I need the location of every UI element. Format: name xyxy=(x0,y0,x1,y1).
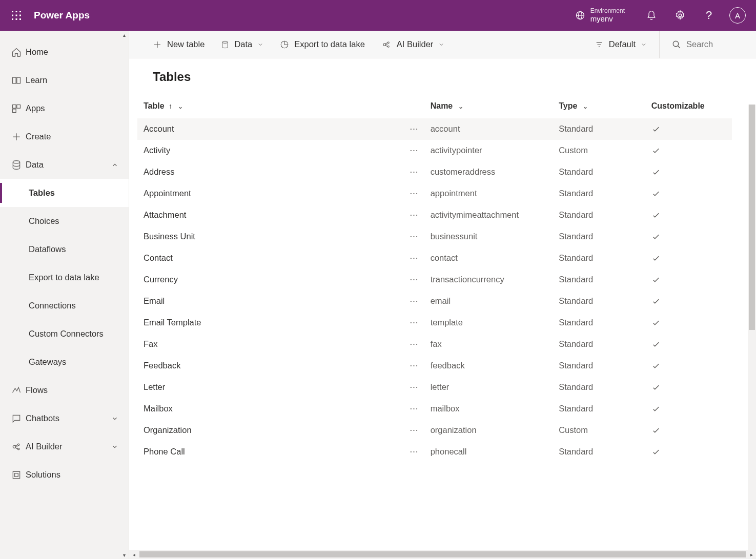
table-row[interactable]: Email⋯emailStandard xyxy=(137,291,732,312)
row-more-button[interactable]: ⋯ xyxy=(392,355,424,377)
sidebar-item-ai-builder[interactable]: AI Builder xyxy=(0,432,129,461)
column-header-table[interactable]: Table ↑ ⌄ xyxy=(137,96,424,118)
search-input[interactable] xyxy=(686,39,748,49)
sidebar-item-chatbots[interactable]: Chatbots xyxy=(0,404,129,432)
row-more-button[interactable]: ⋯ xyxy=(392,226,424,247)
cell-name: activitymimeattachment xyxy=(424,204,553,226)
sidebar-item-home[interactable]: Home xyxy=(0,38,129,66)
new-table-button[interactable]: New table xyxy=(145,31,213,58)
data-menu[interactable]: Data xyxy=(213,31,272,58)
row-more-button[interactable]: ⋯ xyxy=(392,377,424,398)
table-row[interactable]: Letter⋯letterStandard xyxy=(137,377,732,398)
sidebar-item-data[interactable]: Data xyxy=(0,151,129,179)
scroll-left-icon[interactable]: ◂ xyxy=(129,552,138,557)
svg-point-15 xyxy=(13,160,19,163)
sidebar-item-label: Home xyxy=(26,47,48,57)
column-header-type[interactable]: Type ⌄ xyxy=(553,96,645,118)
sidebar-scroll-up[interactable]: ▴ xyxy=(120,31,128,38)
table-row[interactable]: Contact⋯contactStandard xyxy=(137,247,732,269)
column-header-name[interactable]: Name ⌄ xyxy=(424,96,553,118)
table-row[interactable]: Activity⋯activitypointerCustom xyxy=(137,140,732,161)
avatar: A xyxy=(729,7,746,24)
table-row[interactable]: Feedback⋯feedbackStandard xyxy=(137,355,732,377)
sidebar-item-custom-connectors[interactable]: Custom Connectors xyxy=(0,320,129,348)
sidebar-item-gateways[interactable]: Gateways xyxy=(0,348,129,376)
cell-table: Mailbox xyxy=(137,398,392,420)
list-filter-icon xyxy=(595,41,604,48)
row-more-button[interactable]: ⋯ xyxy=(392,269,424,291)
book-icon xyxy=(11,75,26,86)
table-row[interactable]: Business Unit⋯businessunitStandard xyxy=(137,226,732,247)
waffle-icon xyxy=(12,11,21,20)
svg-point-21 xyxy=(222,41,228,43)
scroll-right-icon[interactable]: ▸ xyxy=(747,552,756,557)
table-row[interactable]: Fax⋯faxStandard xyxy=(137,334,732,355)
table-row[interactable]: Phone Call⋯phonecallStandard xyxy=(137,441,732,463)
vertical-scrollbar-thumb[interactable] xyxy=(749,105,755,330)
cell-table: Email xyxy=(137,291,392,312)
chevron-down-icon: ⌄ xyxy=(583,103,588,110)
help-button[interactable]: ? xyxy=(694,0,723,31)
checkmark-icon xyxy=(651,361,661,370)
horizontal-scrollbar-thumb[interactable] xyxy=(139,551,746,557)
svg-rect-8 xyxy=(19,18,21,20)
cell-name: phonecall xyxy=(424,441,553,463)
row-more-button[interactable]: ⋯ xyxy=(392,204,424,226)
table-row[interactable]: Currency⋯transactioncurrencyStandard xyxy=(137,269,732,291)
row-more-button[interactable]: ⋯ xyxy=(392,312,424,334)
row-more-button[interactable]: ⋯ xyxy=(392,140,424,161)
account-button[interactable]: A xyxy=(723,0,752,31)
row-more-button[interactable]: ⋯ xyxy=(392,161,424,183)
column-header-customizable[interactable]: Customizable xyxy=(645,96,732,118)
cell-type: Standard xyxy=(553,183,645,204)
row-more-button[interactable]: ⋯ xyxy=(392,334,424,355)
row-more-button[interactable]: ⋯ xyxy=(392,441,424,463)
sidebar-item-connections[interactable]: Connections xyxy=(0,292,129,320)
sidebar-item-export-to-data-lake[interactable]: Export to data lake xyxy=(0,263,129,292)
sidebar-item-solutions[interactable]: Solutions xyxy=(0,461,129,489)
checkmark-icon xyxy=(651,383,661,392)
cell-name: organization xyxy=(424,420,553,441)
table-row[interactable]: Mailbox⋯mailboxStandard xyxy=(137,398,732,420)
sidebar-item-tables[interactable]: Tables xyxy=(0,179,129,207)
cell-customizable xyxy=(645,291,732,312)
table-row[interactable]: Appointment⋯appointmentStandard xyxy=(137,183,732,204)
sidebar-item-create[interactable]: Create xyxy=(0,122,129,151)
row-more-button[interactable]: ⋯ xyxy=(392,118,424,140)
cell-name: contact xyxy=(424,247,553,269)
row-more-button[interactable]: ⋯ xyxy=(392,247,424,269)
checkmark-icon xyxy=(651,146,661,155)
horizontal-scrollbar[interactable]: ◂ ▸ xyxy=(129,550,756,559)
sidebar-item-learn[interactable]: Learn xyxy=(0,66,129,94)
sidebar-item-dataflows[interactable]: Dataflows xyxy=(0,235,129,263)
view-selector[interactable]: Default xyxy=(586,31,660,58)
environment-picker[interactable]: Environment myenv xyxy=(570,7,625,24)
row-more-button[interactable]: ⋯ xyxy=(392,183,424,204)
sidebar-item-choices[interactable]: Choices xyxy=(0,207,129,235)
column-header-name-label: Name xyxy=(431,101,453,110)
sidebar-item-label: Dataflows xyxy=(29,244,66,254)
row-more-button[interactable]: ⋯ xyxy=(392,420,424,441)
export-to-data-lake-button[interactable]: Export to data lake xyxy=(272,31,373,58)
sidebar-item-apps[interactable]: Apps xyxy=(0,94,129,122)
settings-button[interactable] xyxy=(666,0,694,31)
table-row[interactable]: Attachment⋯activitymimeattachmentStandar… xyxy=(137,204,732,226)
sort-ascending-icon: ↑ xyxy=(169,102,172,110)
search-box[interactable] xyxy=(660,31,756,58)
ai-builder-menu[interactable]: AI Builder xyxy=(373,31,453,58)
table-row[interactable]: Email Template⋯templateStandard xyxy=(137,312,732,334)
cell-table: Address xyxy=(137,161,392,183)
row-more-button[interactable]: ⋯ xyxy=(392,398,424,420)
column-header-type-label: Type xyxy=(559,101,577,110)
sidebar-scroll-down[interactable]: ▾ xyxy=(120,551,128,558)
row-more-button[interactable]: ⋯ xyxy=(392,291,424,312)
sidebar-item-label: AI Builder xyxy=(26,442,63,451)
notifications-button[interactable] xyxy=(637,0,666,31)
table-row[interactable]: Address⋯customeraddressStandard xyxy=(137,161,732,183)
sidebar-item-label: Tables xyxy=(29,188,55,198)
vertical-scrollbar[interactable] xyxy=(748,105,756,550)
waffle-button[interactable] xyxy=(4,3,29,28)
table-row[interactable]: Account⋯accountStandard xyxy=(137,118,732,140)
sidebar-item-flows[interactable]: Flows xyxy=(0,376,129,404)
table-row[interactable]: Organization⋯organizationCustom xyxy=(137,420,732,441)
